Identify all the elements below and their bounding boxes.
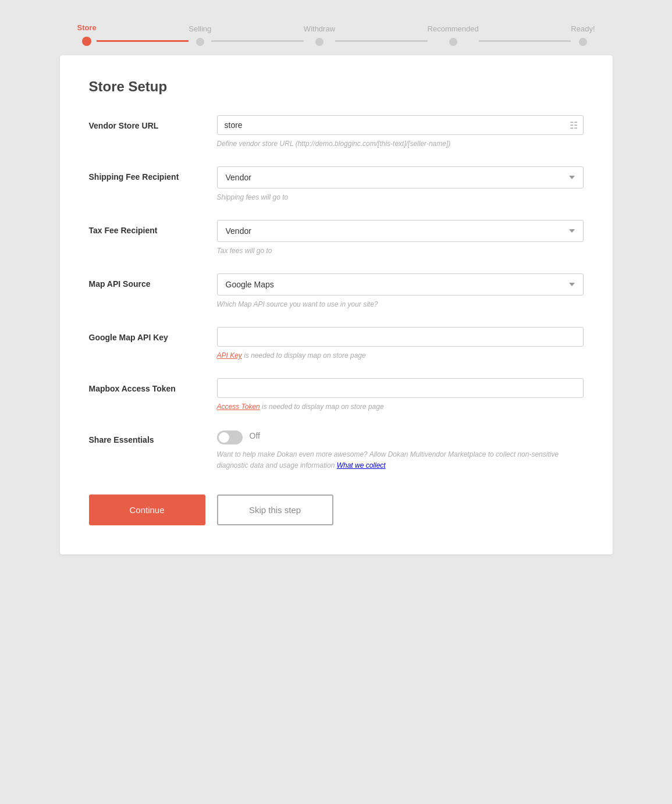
step-store-label: Store [77, 23, 97, 32]
tax-fee-hint: Tax fees will go to [217, 246, 584, 256]
access-token-link[interactable]: Access Token [217, 403, 260, 411]
google-map-api-key-control: API Key is needed to display map on stor… [217, 327, 584, 361]
tax-fee-select[interactable]: Vendor Admin [217, 220, 584, 242]
shipping-fee-label: Shipping Fee Recipient [89, 166, 217, 182]
shipping-fee-control: Vendor Admin Shipping fees will go to [217, 166, 584, 202]
step-ready-dot [579, 38, 587, 46]
share-essentials-toggle[interactable] [217, 431, 243, 444]
share-essentials-row: Share Essentials Off Want to help make D… [89, 429, 584, 471]
button-row: Continue Skip this step [89, 495, 584, 525]
list-icon: ☷ [570, 120, 578, 131]
connector-1 [97, 40, 189, 42]
google-map-api-key-input[interactable] [217, 327, 584, 347]
shipping-fee-row: Shipping Fee Recipient Vendor Admin Ship… [89, 166, 584, 202]
step-withdraw[interactable]: Withdraw [304, 24, 335, 46]
api-key-link[interactable]: API Key [217, 351, 242, 360]
map-api-source-control: Google Maps Mapbox Which Map API source … [217, 273, 584, 309]
step-selling-label: Selling [189, 24, 211, 33]
map-api-source-select[interactable]: Google Maps Mapbox [217, 273, 584, 296]
mapbox-token-control: Access Token is needed to display map on… [217, 378, 584, 412]
step-ready-label: Ready! [571, 24, 595, 33]
skip-button[interactable]: Skip this step [217, 495, 333, 525]
google-map-api-key-row: Google Map API Key API Key is needed to … [89, 327, 584, 361]
map-api-source-row: Map API Source Google Maps Mapbox Which … [89, 273, 584, 309]
shipping-fee-select[interactable]: Vendor Admin [217, 166, 584, 188]
vendor-store-url-hint: Define vendor store URL (http://demo.blo… [217, 138, 584, 149]
vendor-store-url-input[interactable]: store [217, 115, 584, 135]
step-withdraw-dot [315, 38, 323, 46]
step-recommended[interactable]: Recommended [428, 24, 479, 46]
google-map-api-key-hint: API Key is needed to display map on stor… [217, 350, 584, 361]
mapbox-token-input[interactable] [217, 378, 584, 398]
step-recommended-label: Recommended [428, 24, 479, 33]
map-api-source-hint: Which Map API source you want to use in … [217, 299, 584, 309]
mapbox-token-row: Mapbox Access Token Access Token is need… [89, 378, 584, 412]
vendor-store-url-label: Vendor Store URL [89, 115, 217, 130]
what-we-collect-link[interactable]: What we collect [337, 461, 386, 469]
share-essentials-description: Want to help make Dokan even more awesom… [217, 449, 584, 471]
connector-2 [211, 40, 304, 42]
step-ready[interactable]: Ready! [571, 24, 595, 46]
toggle-off-label: Off [250, 429, 260, 440]
vendor-store-url-control: store ☷ Define vendor store URL (http://… [217, 115, 584, 149]
mapbox-token-hint: Access Token is needed to display map on… [217, 401, 584, 412]
step-withdraw-label: Withdraw [304, 24, 335, 33]
vendor-store-url-row: Vendor Store URL store ☷ Define vendor s… [89, 115, 584, 149]
google-map-api-key-label: Google Map API Key [89, 327, 217, 342]
tax-fee-control: Vendor Admin Tax fees will go to [217, 220, 584, 256]
tax-fee-label: Tax Fee Recipient [89, 220, 217, 235]
step-selling[interactable]: Selling [189, 24, 211, 46]
connector-4 [479, 40, 571, 42]
map-api-source-label: Map API Source [89, 273, 217, 289]
step-store[interactable]: Store [77, 23, 97, 46]
step-recommended-dot [449, 38, 457, 46]
stepper-wrapper: Store Selling Withdraw Recommended Ready [60, 12, 613, 46]
share-essentials-control: Off Want to help make Dokan even more aw… [217, 429, 584, 471]
tax-fee-row: Tax Fee Recipient Vendor Admin Tax fees … [89, 220, 584, 256]
shipping-fee-hint: Shipping fees will go to [217, 192, 584, 202]
stepper: Store Selling Withdraw Recommended Ready [60, 12, 613, 46]
step-selling-dot [196, 38, 204, 46]
step-store-dot [82, 37, 91, 46]
connector-3 [335, 40, 428, 42]
share-essentials-label: Share Essentials [89, 429, 217, 444]
continue-button[interactable]: Continue [89, 495, 205, 525]
page-title: Store Setup [89, 79, 584, 95]
main-card: Store Setup Vendor Store URL store ☷ Def… [60, 55, 613, 554]
mapbox-token-label: Mapbox Access Token [89, 378, 217, 393]
